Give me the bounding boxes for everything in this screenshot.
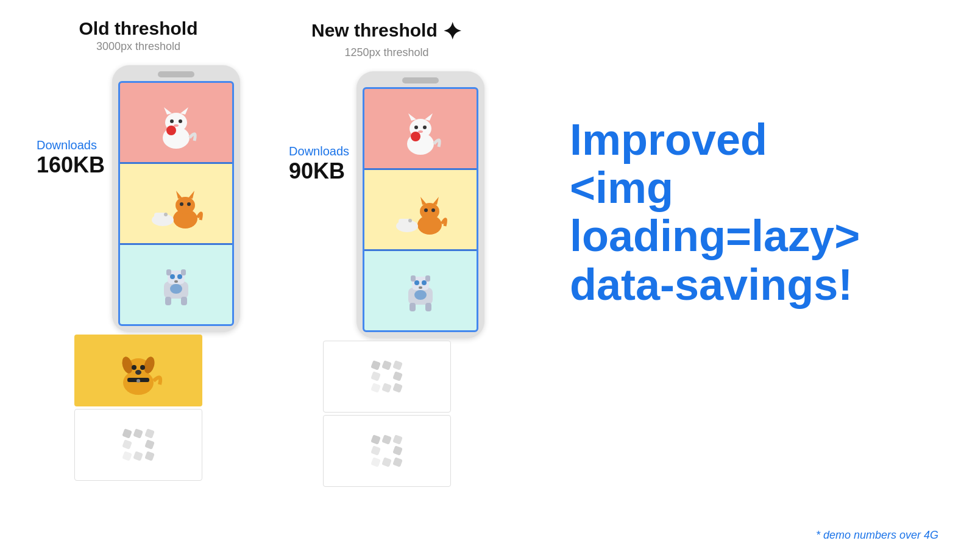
old-threshold-column: Old threshold 3000px threshold Downloads… — [37, 18, 240, 481]
old-phone-screen — [118, 81, 234, 326]
old-robot-image — [120, 245, 232, 324]
new-phone-mockup — [356, 71, 484, 338]
svg-point-45 — [420, 203, 439, 220]
new-loading-icon-1 — [372, 361, 402, 392]
svg-rect-58 — [411, 275, 416, 282]
new-robot-image — [364, 251, 477, 330]
svg-rect-59 — [425, 275, 430, 282]
svg-marker-39 — [425, 113, 433, 121]
svg-point-4 — [170, 119, 174, 123]
svg-rect-25 — [181, 297, 187, 305]
svg-point-52 — [408, 219, 412, 222]
svg-marker-46 — [420, 197, 427, 205]
new-threshold-column: New threshold ✦ 1250px threshold Downloa… — [289, 18, 484, 487]
new-downloads-label: Downloads — [289, 144, 349, 158]
new-threshold-header: New threshold ✦ 1250px threshold — [311, 18, 462, 59]
new-threshold-title: New threshold ✦ — [311, 18, 462, 45]
new-loading-image-2 — [323, 415, 451, 487]
robot-svg-old — [146, 257, 207, 312]
svg-rect-22 — [166, 269, 171, 275]
old-downloads-label-area: Downloads 160KB — [37, 65, 112, 178]
old-downloads-row: Downloads 160KB — [37, 65, 240, 332]
svg-point-62 — [414, 290, 427, 300]
new-loading-image-1 — [323, 341, 451, 413]
orange-cat-svg-new — [390, 182, 451, 237]
svg-point-35 — [136, 379, 140, 383]
old-threshold-subtitle: 3000px threshold — [79, 40, 198, 53]
right-section: Improved <img loading=lazy> data-savings… — [533, 18, 938, 309]
img-loading-text: <img loading=lazy> — [570, 163, 860, 260]
data-savings-line: data-savings! — [570, 261, 938, 309]
new-title-text: New threshold — [311, 20, 438, 40]
svg-point-5 — [179, 119, 182, 123]
svg-point-19 — [170, 274, 175, 279]
svg-point-32 — [140, 365, 145, 370]
svg-point-6 — [174, 124, 179, 127]
svg-marker-2 — [164, 107, 172, 115]
svg-point-26 — [170, 284, 182, 294]
svg-point-31 — [132, 365, 136, 370]
svg-rect-21 — [174, 280, 178, 283]
svg-marker-3 — [180, 107, 188, 115]
svg-marker-38 — [408, 113, 416, 121]
svg-point-16 — [164, 213, 168, 216]
new-below-phone — [323, 341, 451, 487]
new-downloads-size: 90KB — [289, 158, 345, 184]
svg-point-49 — [431, 208, 435, 212]
svg-marker-11 — [188, 191, 194, 199]
orange-cat-svg-old — [146, 176, 207, 231]
new-downloads-row: Downloads 90KB — [289, 71, 484, 338]
svg-point-40 — [414, 126, 418, 129]
sparkle-icon: ✦ — [442, 18, 462, 45]
svg-point-33 — [135, 370, 141, 375]
new-phone-screen — [363, 87, 478, 332]
demo-note: * demo numbers over 4G — [816, 529, 938, 542]
svg-point-13 — [187, 202, 191, 206]
new-threshold-subtitle: 1250px threshold — [311, 46, 462, 59]
new-orange-cat-image — [364, 170, 477, 249]
new-cat-image — [364, 89, 477, 168]
old-below-phone — [74, 335, 202, 481]
svg-rect-57 — [419, 286, 422, 289]
svg-rect-61 — [425, 303, 431, 311]
old-loading-image — [74, 409, 202, 481]
old-phone-mockup — [112, 65, 240, 332]
svg-point-56 — [422, 280, 427, 285]
old-loading-icon — [123, 430, 154, 460]
svg-rect-24 — [165, 297, 171, 305]
old-yellow-dog-image — [74, 335, 202, 406]
phone-notch-old — [158, 71, 194, 77]
robot-svg-new — [390, 263, 451, 318]
old-threshold-header: Old threshold 3000px threshold — [79, 18, 198, 53]
svg-point-55 — [414, 280, 419, 285]
svg-point-48 — [424, 208, 428, 212]
svg-point-41 — [423, 126, 427, 129]
phone-notch-new — [402, 77, 439, 83]
svg-marker-10 — [176, 191, 182, 199]
svg-point-42 — [418, 130, 423, 133]
yellow-dog-svg — [108, 343, 169, 398]
cat-svg-old — [146, 95, 207, 150]
svg-point-43 — [411, 132, 420, 141]
cat-svg-new — [390, 101, 451, 156]
svg-point-7 — [166, 126, 176, 135]
svg-point-12 — [180, 202, 183, 206]
img-loading-line: <img loading=lazy> — [570, 164, 938, 260]
svg-point-20 — [177, 274, 182, 279]
svg-marker-47 — [433, 197, 439, 205]
svg-rect-23 — [181, 269, 186, 275]
new-loading-icon-2 — [372, 436, 402, 466]
new-downloads-label-area: Downloads 90KB — [289, 71, 356, 184]
old-downloads-label: Downloads — [37, 138, 97, 152]
old-cat-image — [120, 83, 232, 162]
old-downloads-size: 160KB — [37, 152, 105, 178]
improved-title: Improved — [570, 116, 938, 164]
svg-rect-60 — [410, 303, 416, 311]
old-orange-cat-image — [120, 164, 232, 243]
old-threshold-title: Old threshold — [79, 18, 198, 39]
svg-point-9 — [176, 197, 195, 214]
